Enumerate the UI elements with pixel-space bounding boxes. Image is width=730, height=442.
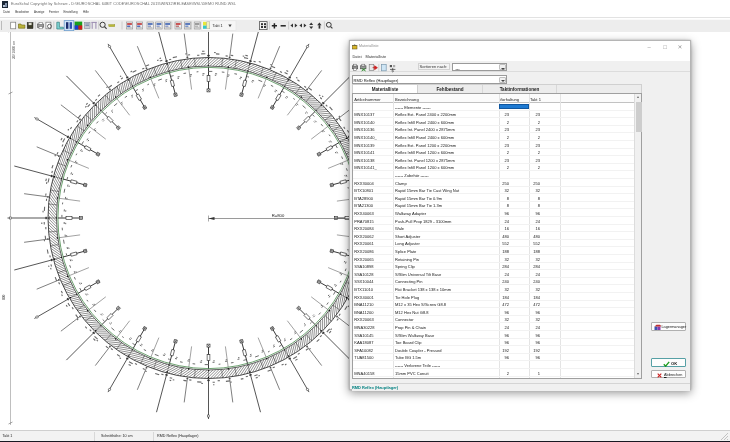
svg-text:800: 800 — [2, 294, 6, 300]
svg-text:R=800: R=800 — [272, 213, 285, 218]
svg-text:30/ 1600 cm: 30/ 1600 cm — [12, 41, 16, 59]
svg-text:Takt 1: Takt 1 — [213, 24, 223, 28]
